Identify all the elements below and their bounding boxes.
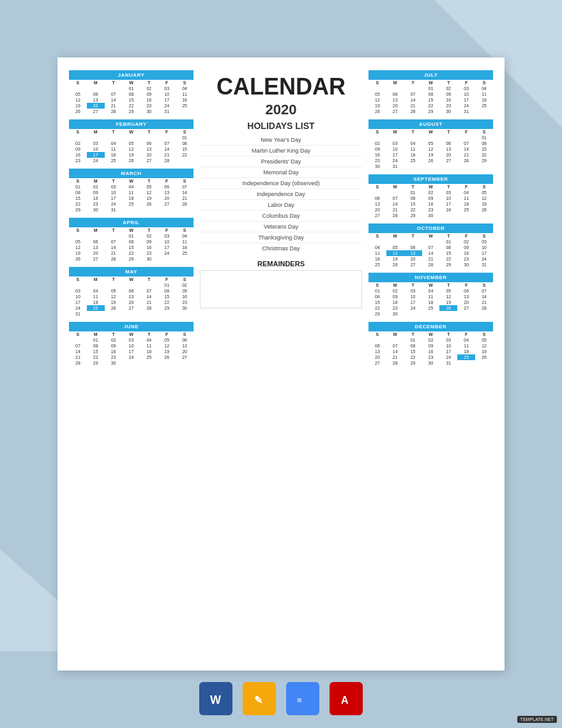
day-header: S	[368, 282, 386, 288]
day-header: F	[457, 184, 475, 190]
calendar-day	[105, 282, 123, 288]
calendar-day: 14	[386, 349, 404, 354]
calendar-day: 23	[140, 250, 158, 256]
calendar-day: 04	[123, 184, 140, 190]
calendar-day: 18	[105, 152, 123, 158]
svg-text:≡: ≡	[297, 695, 302, 705]
calendar-day: 02	[422, 337, 440, 343]
day-header: M	[87, 277, 105, 282]
calendar-day: 23	[422, 207, 440, 213]
calendar-day: 06	[368, 343, 386, 349]
calendar-day: 26	[158, 354, 176, 360]
calendar-day: 11	[176, 91, 194, 97]
calendar-day: 30	[386, 311, 404, 317]
calendar-day: 26	[422, 158, 440, 163]
day-header: T	[105, 129, 123, 135]
calendar-day: 27	[176, 354, 194, 360]
calendar-day: 06	[140, 140, 158, 146]
day-header: S	[176, 129, 194, 135]
calendar-day: 14	[69, 349, 87, 354]
calendar-day: 02	[368, 140, 386, 146]
acrobat-icon[interactable]: A	[330, 682, 363, 715]
calendar-day: 27	[87, 256, 105, 262]
mini-calendar-october: OCTOBERSMTWTFS01020304050607080910111213…	[368, 224, 493, 268]
calendar-day: 04	[404, 140, 422, 146]
calendar-day: 05	[422, 140, 440, 146]
calendar-day: 06	[404, 245, 422, 250]
calendar-day: 05	[123, 140, 140, 146]
calendar-day: 02	[105, 337, 123, 343]
calendar-day: 26	[105, 305, 123, 311]
calendar-day: 11	[105, 146, 123, 152]
calendar-day: 19	[475, 201, 493, 207]
month-header: MAY	[69, 267, 194, 277]
day-header: T	[404, 233, 422, 239]
calendar-day: 08	[158, 288, 176, 294]
day-header: T	[439, 331, 457, 337]
day-header: S	[368, 80, 386, 86]
calendar-day: 23	[69, 158, 87, 163]
calendar-day: 19	[422, 152, 440, 158]
calendar-day	[368, 337, 386, 343]
calendar-day: 13	[368, 201, 386, 207]
calendar-day: 02	[422, 190, 440, 195]
remainders-box[interactable]	[200, 270, 362, 308]
pages-icon[interactable]: ✎	[243, 682, 276, 715]
calendar-day: 18	[422, 300, 440, 305]
mini-calendar-june: JUNESMTWTFS01020304050607080910111213141…	[69, 322, 194, 366]
calendar-day: 04	[176, 233, 194, 239]
svg-text:✎: ✎	[254, 695, 262, 706]
calendar-day: 02	[386, 288, 404, 294]
calendar-day	[123, 282, 140, 288]
mini-calendar-april: APRILSMTWTFS0102030405060708091011121314…	[69, 218, 194, 262]
month-header: JUNE	[69, 322, 194, 331]
calendar-day: 09	[457, 245, 475, 250]
calendar-day: 26	[140, 201, 158, 207]
calendar-day: 07	[176, 184, 194, 190]
calendar-day	[105, 135, 123, 140]
calendar-day: 21	[422, 256, 440, 262]
day-header: M	[87, 129, 105, 135]
calendar-day: 27	[87, 109, 105, 114]
day-header: W	[422, 80, 440, 86]
calendar-day: 02	[140, 86, 158, 91]
calendar-day: 30	[439, 109, 457, 114]
calendar-day	[386, 86, 404, 91]
calendar-day: 19	[158, 349, 176, 354]
calendar-day: 24	[123, 354, 140, 360]
calendar-day: 21	[457, 152, 475, 158]
day-header: F	[158, 178, 176, 184]
day-header: S	[475, 233, 493, 239]
calendar-day: 24	[105, 201, 123, 207]
calendar-day: 20	[176, 349, 194, 354]
calendar-day: 08	[422, 91, 440, 97]
calendar-day: 31	[158, 109, 176, 114]
calendar-day: 21	[475, 300, 493, 305]
calendar-day: 17	[404, 300, 422, 305]
day-header: W	[422, 233, 440, 239]
google-docs-icon[interactable]: ≡	[286, 682, 319, 715]
calendar-day: 23	[368, 158, 386, 163]
calendar-day	[368, 190, 386, 195]
day-header: F	[457, 80, 475, 86]
calendar-day: 26	[69, 109, 87, 114]
holiday-item: Labor Day	[200, 200, 362, 211]
remainders-title: REMAINDERS	[257, 260, 305, 268]
holiday-item: Columbus Day	[200, 211, 362, 222]
word-icon[interactable]: W	[199, 682, 232, 715]
calendar-day: 28	[158, 158, 176, 163]
day-header: F	[158, 129, 176, 135]
calendar-day: 15	[123, 245, 140, 250]
calendar-day: 11	[140, 343, 158, 349]
template-badge: TEMPLATE.NET	[517, 716, 557, 723]
calendar-day: 02	[69, 140, 87, 146]
calendar-day: 04	[457, 337, 475, 343]
calendar-day: 19	[105, 300, 123, 305]
calendar-day: 28	[105, 256, 123, 262]
calendar-day	[439, 163, 457, 169]
calendar-day: 31	[69, 311, 87, 317]
right-column: JULYSMTWTFS01020304050607080910111213141…	[368, 70, 493, 658]
calendar-day: 09	[140, 239, 158, 245]
calendar-day: 11	[368, 250, 386, 256]
calendar-day: 28	[386, 360, 404, 366]
